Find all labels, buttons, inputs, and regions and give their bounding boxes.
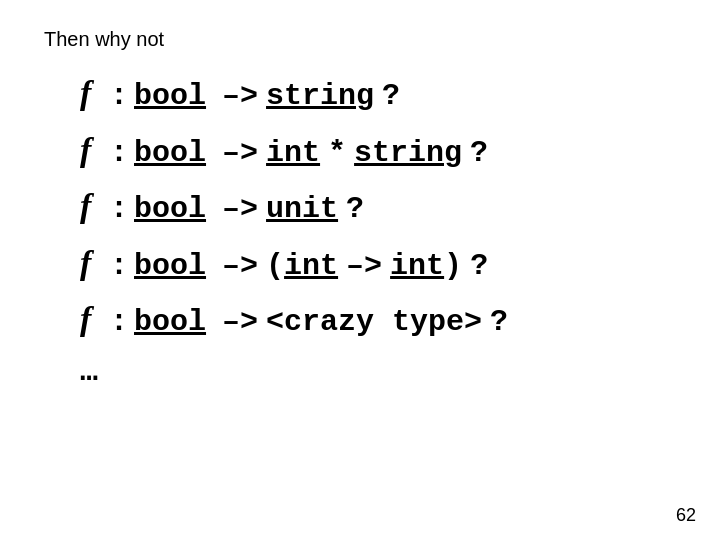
colon: :	[110, 301, 128, 345]
question-mark: ?	[382, 75, 400, 119]
table-row: f : bool –> <crazy type> ?	[80, 294, 508, 345]
bool-keyword: bool	[134, 301, 206, 345]
f-symbol: f	[80, 125, 108, 174]
table-row: f : bool –> (int –> int) ?	[80, 238, 508, 289]
question-mark: ?	[470, 132, 488, 176]
table-row: f : bool –> unit ?	[80, 181, 508, 232]
type-int: int	[266, 132, 320, 176]
question-mark: ?	[490, 301, 508, 345]
bool-keyword: bool	[134, 132, 206, 176]
f-symbol: f	[80, 238, 108, 287]
type-string2: string	[354, 132, 462, 176]
colon: :	[110, 132, 128, 176]
f-symbol: f	[80, 294, 108, 343]
arrow: –>	[222, 301, 258, 345]
paren-open: (	[266, 245, 284, 289]
arrow: –>	[222, 245, 258, 289]
question-mark: ?	[470, 245, 488, 289]
ellipsis: …	[80, 355, 508, 389]
slide-title: Then why not	[44, 28, 164, 51]
bool-keyword: bool	[134, 188, 206, 232]
type-int2: int	[284, 245, 338, 289]
type-string: string	[266, 75, 374, 119]
type-crazy: <crazy type>	[266, 301, 482, 345]
arrow: –>	[222, 188, 258, 232]
bool-keyword: bool	[134, 75, 206, 119]
type-int3: int	[390, 245, 444, 289]
bool-keyword: bool	[134, 245, 206, 289]
f-symbol: f	[80, 68, 108, 117]
question-mark: ?	[346, 188, 364, 232]
arrow: –>	[222, 75, 258, 119]
inner-arrow: –>	[346, 245, 382, 289]
table-row: f : bool –> int * string ?	[80, 125, 508, 176]
type-unit: unit	[266, 188, 338, 232]
star: *	[328, 132, 346, 176]
paren-close: )	[444, 245, 462, 289]
colon: :	[110, 75, 128, 119]
f-symbol: f	[80, 181, 108, 230]
colon: :	[110, 188, 128, 232]
arrow: –>	[222, 132, 258, 176]
content-area: f : bool –> string ? f : bool –> int * s…	[80, 68, 508, 389]
table-row: f : bool –> string ?	[80, 68, 508, 119]
page-number: 62	[676, 505, 696, 526]
colon: :	[110, 245, 128, 289]
